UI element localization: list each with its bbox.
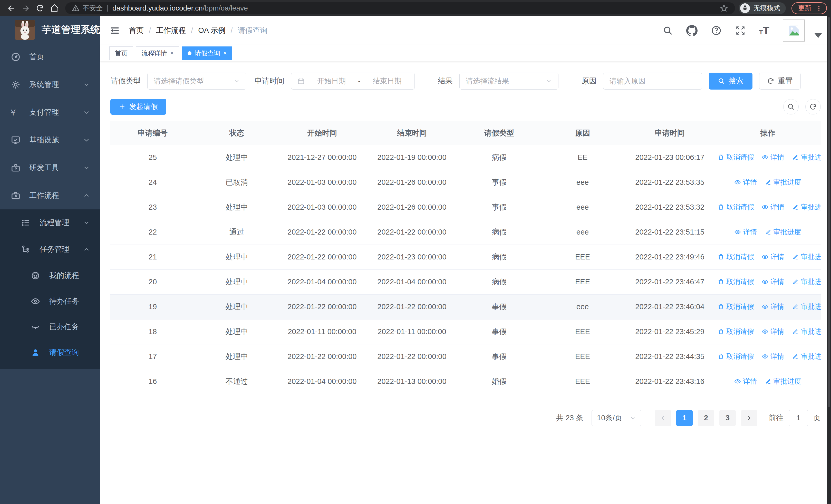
- detail-link[interactable]: 详情: [734, 377, 757, 386]
- col-end-time: 结束时间: [366, 121, 458, 145]
- create-leave-button[interactable]: 发起请假: [110, 99, 166, 115]
- sidebar-item-leave-query[interactable]: 请假查询: [0, 340, 100, 365]
- table-row[interactable]: 22 通过 2022-01-22 00:00:00 2022-01-22 00:…: [110, 220, 821, 244]
- sidebar-logo[interactable]: 芋道管理系统: [0, 16, 100, 43]
- table-row[interactable]: 24 已取消 2022-01-03 00:00:00 2022-01-26 00…: [110, 170, 821, 195]
- breadcrumb-oa-example[interactable]: OA 示例: [198, 25, 225, 36]
- approval-progress-link[interactable]: 审批进度: [765, 377, 801, 386]
- detail-link[interactable]: 详情: [762, 302, 784, 311]
- detail-link[interactable]: 详情: [762, 327, 784, 336]
- result-select[interactable]: 请选择流结果: [459, 72, 558, 90]
- sidebar-item-payment[interactable]: ¥ 支付管理: [0, 98, 100, 126]
- detail-link[interactable]: 详情: [762, 203, 784, 212]
- detail-link[interactable]: 详情: [762, 277, 784, 287]
- detail-link[interactable]: 详情: [734, 178, 757, 187]
- breadcrumb-home[interactable]: 首页: [129, 25, 144, 36]
- sidebar-item-todo-tasks[interactable]: 待办任务: [0, 289, 100, 314]
- pen-icon: [765, 229, 771, 235]
- font-size-icon[interactable]: TT: [759, 26, 769, 35]
- briefcase-icon: [11, 191, 22, 200]
- browser-scrollbar[interactable]: [827, 16, 831, 504]
- detail-link[interactable]: 详情: [762, 252, 784, 262]
- sidebar-toggle-button[interactable]: [109, 25, 120, 36]
- prev-page-button[interactable]: [655, 410, 671, 426]
- github-icon[interactable]: [686, 25, 697, 36]
- table-row[interactable]: 16 不通过 2022-01-04 00:00:00 2022-01-13 00…: [110, 369, 821, 394]
- cancel-leave-link[interactable]: 取消请假: [718, 327, 754, 336]
- tab-home[interactable]: 首页: [109, 47, 133, 60]
- search-button[interactable]: 搜索: [709, 72, 752, 90]
- cell-reason: eee: [540, 294, 625, 319]
- cancel-leave-link[interactable]: 取消请假: [718, 302, 754, 311]
- address-bar[interactable]: 不安全 dashboard.yudao.iocoder.cn/bpm/oa/le…: [65, 2, 735, 14]
- approval-progress-link[interactable]: 审批进度: [792, 302, 821, 311]
- next-page-button[interactable]: [741, 410, 757, 426]
- table-row[interactable]: 19 处理中 2022-01-22 00:00:00 2022-01-22 00…: [110, 294, 821, 319]
- cancel-leave-link[interactable]: 取消请假: [718, 277, 754, 287]
- approval-progress-link[interactable]: 审批进度: [792, 153, 821, 162]
- table-row[interactable]: 23 处理中 2022-01-03 00:00:00 2022-01-26 00…: [110, 195, 821, 220]
- sidebar-item-devtools[interactable]: 研发工具: [0, 154, 100, 182]
- table-row[interactable]: 25 处理中 2021-12-27 00:00:00 2022-01-19 00…: [110, 145, 821, 170]
- cancel-leave-link[interactable]: 取消请假: [718, 252, 754, 262]
- reason-input[interactable]: [609, 77, 696, 85]
- cell-actions: 取消请假 详情 审批进度: [715, 294, 821, 319]
- browser-back-button[interactable]: [4, 1, 19, 16]
- kebab-menu-icon[interactable]: [815, 5, 822, 11]
- approval-progress-link[interactable]: 审批进度: [765, 178, 801, 187]
- approval-progress-link[interactable]: 审批进度: [792, 203, 821, 212]
- reset-button[interactable]: 重置: [759, 72, 801, 90]
- sidebar-item-home[interactable]: 首页: [0, 43, 100, 71]
- avatar[interactable]: [783, 20, 805, 41]
- header-search-icon[interactable]: [663, 25, 673, 36]
- tab-process-detail[interactable]: 流程详情 ×: [136, 47, 179, 60]
- sidebar-item-task-mgmt[interactable]: 任务管理: [0, 236, 100, 263]
- table-row[interactable]: 21 处理中 2022-01-22 00:00:00 2022-01-23 00…: [110, 244, 821, 269]
- browser-update-button[interactable]: 更新: [792, 2, 827, 14]
- bookmark-star-icon[interactable]: [720, 4, 728, 12]
- cancel-leave-link[interactable]: 取消请假: [718, 352, 754, 361]
- sidebar-item-process-mgmt[interactable]: 流程管理: [0, 209, 100, 236]
- approval-progress-link[interactable]: 审批进度: [792, 352, 821, 361]
- table-row[interactable]: 18 处理中 2022-01-11 00:00:00 2022-01-11 00…: [110, 319, 821, 344]
- approval-progress-link[interactable]: 审批进度: [792, 252, 821, 262]
- cancel-leave-link[interactable]: 取消请假: [718, 203, 754, 212]
- approval-progress-link[interactable]: 审批进度: [765, 227, 801, 237]
- sidebar-item-done-tasks[interactable]: 已办任务: [0, 314, 100, 340]
- page-size-select[interactable]: 10条/页: [592, 410, 641, 426]
- cancel-leave-link[interactable]: 取消请假: [718, 153, 754, 162]
- page-button-3[interactable]: 3: [719, 410, 736, 426]
- fullscreen-icon[interactable]: [735, 25, 746, 36]
- breadcrumb-workflow[interactable]: 工作流程: [156, 25, 186, 36]
- sidebar-item-workflow[interactable]: 工作流程: [0, 182, 100, 209]
- cell-actions: 详情 审批进度: [715, 369, 821, 394]
- approval-progress-link[interactable]: 审批进度: [792, 327, 821, 336]
- refresh-table-button[interactable]: [805, 99, 821, 114]
- approval-progress-link[interactable]: 审批进度: [792, 277, 821, 287]
- workflow-submenu: 流程管理 任务管理 我的流程 待办任务: [0, 209, 100, 369]
- table-row[interactable]: 17 处理中 2022-01-22 00:00:00 2022-01-22 00…: [110, 344, 821, 369]
- leave-type-select[interactable]: 请选择请假类型: [147, 72, 247, 90]
- apply-time-range-picker[interactable]: 开始日期 - 结束日期: [291, 72, 415, 90]
- sidebar-item-infra[interactable]: 基础设施: [0, 126, 100, 154]
- close-icon[interactable]: ×: [223, 50, 227, 57]
- goto-page-input[interactable]: [789, 410, 808, 426]
- table-row[interactable]: 20 处理中 2022-01-04 00:00:00 2022-01-04 00…: [110, 269, 821, 294]
- avatar-dropdown-caret-icon[interactable]: [814, 33, 822, 38]
- sidebar-item-system[interactable]: 系统管理: [0, 71, 100, 98]
- browser-reload-button[interactable]: [33, 1, 47, 16]
- cell-apply: 2022-01-22 23:44:35: [625, 344, 715, 369]
- browser-forward-button[interactable]: [19, 1, 33, 16]
- close-icon[interactable]: ×: [170, 50, 174, 57]
- detail-link[interactable]: 详情: [734, 227, 757, 237]
- page-button-2[interactable]: 2: [698, 410, 714, 426]
- browser-home-button[interactable]: [47, 1, 62, 16]
- detail-link[interactable]: 详情: [762, 153, 784, 162]
- sidebar-item-my-process[interactable]: 我的流程: [0, 263, 100, 289]
- toggle-search-button[interactable]: [783, 99, 799, 114]
- scrollbar-thumb[interactable]: [828, 17, 830, 407]
- tab-leave-query[interactable]: 请假查询 ×: [182, 47, 232, 60]
- help-icon[interactable]: [711, 25, 722, 36]
- page-button-1[interactable]: 1: [676, 410, 693, 426]
- detail-link[interactable]: 详情: [762, 352, 784, 361]
